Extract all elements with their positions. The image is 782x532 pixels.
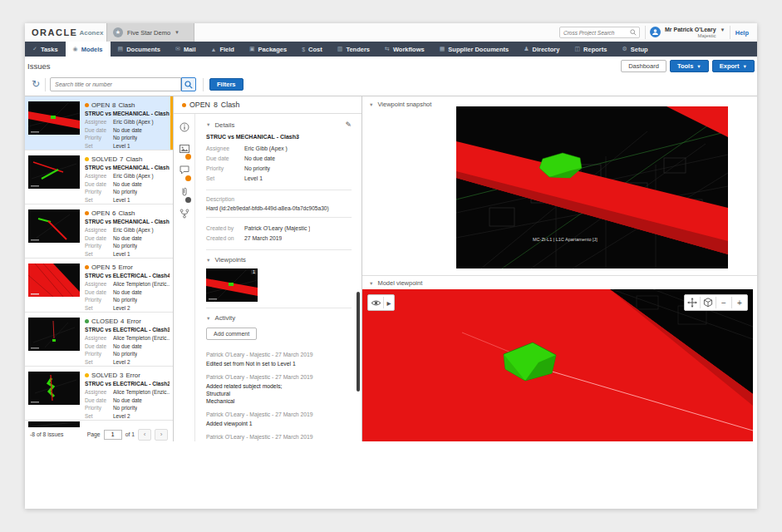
- nav-item-setup[interactable]: ⚙ Setup: [614, 42, 655, 57]
- page-number-input[interactable]: [104, 430, 122, 440]
- reports-chart-icon: ◫: [574, 46, 580, 52]
- detail-scrollbar[interactable]: [357, 292, 360, 392]
- zoom-in-icon[interactable]: +: [732, 295, 747, 310]
- viewpoint-thumbnail[interactable]: 1: [206, 268, 258, 302]
- nav-item-cost[interactable]: $ Cost: [294, 42, 330, 57]
- export-button[interactable]: Export▼: [712, 60, 755, 72]
- next-page-button[interactable]: ›: [155, 429, 168, 441]
- edit-pencil-icon[interactable]: ✎: [345, 121, 352, 129]
- model-viewpoint-header[interactable]: ▼ Model viewpoint: [369, 279, 422, 287]
- expand-arrow-icon[interactable]: ▸: [384, 295, 394, 310]
- issue-set: Level 2: [113, 358, 130, 367]
- search-icon[interactable]: [630, 29, 637, 36]
- priority-label: Priority: [85, 296, 113, 304]
- info-icon[interactable]: [179, 121, 189, 132]
- activity-section-header[interactable]: ▼ Activity: [206, 314, 352, 322]
- issue-set: Level 1: [113, 250, 130, 259]
- issue-search-box[interactable]: [50, 77, 181, 91]
- issue-list-item[interactable]: OPEN 6 Clash STRUC vs MECHANICAL - Clash…: [25, 204, 173, 259]
- nav-item-tasks[interactable]: ✓ Tasks: [25, 42, 66, 57]
- packages-icon: ▣: [249, 46, 255, 52]
- details-section-header[interactable]: ▼ Details ✎: [206, 121, 352, 129]
- viewpoint-snapshot-header[interactable]: ▼ Viewpoint snapshot: [369, 101, 431, 108]
- nav-item-documents[interactable]: ▤ Documents: [111, 42, 168, 57]
- nav-item-workflows[interactable]: ⇆ Workflows: [377, 42, 432, 57]
- model-viewport[interactable]: ▸ − +: [362, 289, 753, 441]
- issue-thumbnail: [28, 155, 80, 189]
- issue-list-item[interactable]: OPEN 8 Clash STRUC vs MECHANICAL - Clash…: [25, 96, 173, 150]
- search-button[interactable]: [181, 77, 196, 91]
- nav-item-packages[interactable]: ▣ Packages: [242, 42, 294, 57]
- chevron-down-icon: ▼: [369, 281, 373, 286]
- nav-label: Field: [219, 46, 234, 53]
- issue-list-item[interactable]: OPEN 5 Error STRUC vs ELECTRICAL - Clash…: [25, 259, 173, 313]
- issue-search-input[interactable]: [51, 78, 180, 91]
- issue-list-item[interactable]: SOLVED 7 Clash STRUC vs MECHANICAL - Cla…: [25, 150, 173, 204]
- issue-priority: No priority: [113, 242, 137, 250]
- viewpoint-snapshot-image: MC-Zt-L1 | L1C Apartamento [J]: [456, 106, 728, 268]
- dashboard-label: Dashboard: [628, 62, 659, 70]
- comments-icon[interactable]: [179, 165, 189, 175]
- detail-body: ▼ Details ✎ STRUC vs MECHANICAL - Clash3…: [196, 114, 361, 441]
- cross-project-search-input[interactable]: [560, 30, 630, 36]
- nav-label: Tasks: [41, 46, 58, 53]
- dashboard-button[interactable]: Dashboard: [621, 60, 666, 72]
- issue-title: STRUC vs ELECTRICAL - Clash4: [85, 273, 170, 278]
- detail-icon-rail: [174, 114, 195, 441]
- issue-meta: CLOSED 4 Error STRUC vs ELECTRICAL - Cla…: [85, 318, 170, 366]
- description-value: Hard (id:2eb9edaf-bfdb-449d-a8ea-0fa7dc9…: [206, 205, 352, 211]
- refresh-icon[interactable]: ↻: [32, 78, 40, 90]
- issue-list-item[interactable]: SOLVED 3 Error STRUC vs ELECTRICAL - Cla…: [25, 367, 173, 421]
- help-link[interactable]: Help: [735, 29, 749, 37]
- issue-meta: OPEN 5 Error STRUC vs ELECTRICAL - Clash…: [85, 264, 170, 312]
- visibility-eye-icon[interactable]: [368, 295, 383, 310]
- activity-text: Added related subject models; Structural…: [206, 382, 352, 405]
- nav-item-mail[interactable]: ✉ Mail: [168, 42, 203, 57]
- divider: [45, 78, 46, 91]
- viewpoints-icon[interactable]: [179, 143, 189, 154]
- orbit-cube-icon[interactable]: [701, 295, 716, 310]
- relations-icon[interactable]: [179, 208, 189, 219]
- user-menu[interactable]: Mr Patrick O'Leary Majestic ▼: [650, 26, 725, 38]
- viewpoints-section-header[interactable]: ▼ Viewpoints: [206, 256, 352, 264]
- chevron-down-icon: ▼: [696, 64, 701, 69]
- assignee-label: Assignee: [85, 280, 113, 288]
- cross-project-search[interactable]: [559, 27, 640, 38]
- issue-assignee: Eric Gibb (Apex ): [113, 172, 154, 180]
- nav-item-models[interactable]: ◉ Models: [66, 42, 111, 57]
- issue-list-item[interactable]: CLOSED 4 Error STRUC vs ELECTRICAL - Cla…: [25, 313, 173, 367]
- status-dot-icon: [85, 319, 89, 323]
- nav-item-directory[interactable]: ♟ Directory: [516, 42, 567, 57]
- issue-thumbnail: [28, 264, 80, 297]
- nav-item-tenders[interactable]: ▥ Tenders: [330, 42, 377, 57]
- attachment-icon[interactable]: [179, 186, 189, 197]
- tools-button[interactable]: Tools▼: [670, 60, 709, 72]
- issue-status-line: OPEN 5 Error: [85, 264, 170, 271]
- issue-priority: No priority: [113, 350, 137, 358]
- detail-number: 8: [214, 101, 218, 109]
- issue-assignee: Alice Templeton (Enzic...: [113, 280, 170, 288]
- issue-title: STRUC vs ELECTRICAL - Clash2: [85, 381, 170, 387]
- issue-number: 5: [112, 264, 116, 271]
- nav-label: Cost: [308, 46, 322, 53]
- add-comment-button[interactable]: Add comment: [206, 328, 257, 340]
- pan-icon[interactable]: [685, 295, 700, 310]
- filters-button[interactable]: Filters: [209, 78, 243, 91]
- assignee-label: Assignee: [85, 388, 113, 397]
- activity-meta: Patrick O'Leary - Majestic - 27 March 20…: [206, 352, 352, 357]
- nav-item-field[interactable]: ▲ Field: [203, 42, 241, 57]
- created-by-label: Created by: [206, 224, 244, 234]
- issue-assignee: Eric Gibb (Apex ): [113, 118, 154, 126]
- previous-page-button[interactable]: ‹: [138, 429, 151, 441]
- divider: [206, 190, 352, 190]
- zoom-out-icon[interactable]: −: [716, 295, 731, 310]
- nav-item-reports[interactable]: ◫ Reports: [567, 42, 614, 57]
- main-navigation: ✓ Tasks ◉ Models ▤ Documents ✉ Mail ▲ Fi…: [25, 42, 757, 57]
- viewpoints-section-label: Viewpoints: [214, 256, 246, 264]
- issue-type: Error: [118, 264, 132, 271]
- priority-label: Priority: [85, 350, 113, 358]
- issue-due-date: No due date: [113, 234, 142, 243]
- project-selector[interactable]: ★ Five Star Demo ▼: [106, 23, 194, 42]
- detail-priority: No priority: [244, 164, 270, 174]
- nav-item-supplier-documents[interactable]: ▦ Supplier Documents: [432, 42, 517, 57]
